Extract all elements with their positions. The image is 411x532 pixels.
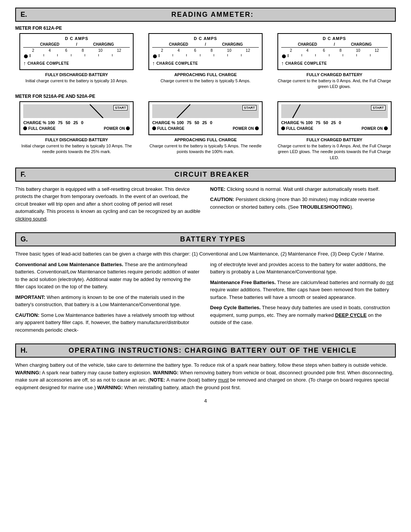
- analog-row: START CHARGE % 100 75 50 25 0: [15, 101, 396, 161]
- ammeter-scale-3: CHARGED / CHARGING: [281, 42, 388, 48]
- section-e-title: READING AMMETER:: [35, 11, 390, 19]
- full-charge-dot-2: [152, 126, 156, 130]
- analog-inner-1: START: [23, 104, 130, 118]
- important-bold: IMPORTANT:: [15, 294, 45, 300]
- charged-label-1: CHARGED: [23, 42, 76, 46]
- full-charge-led-3: FULL CHARGE: [281, 126, 313, 131]
- circuit-breaker-body: This battery charger is equipped with a …: [15, 185, 396, 226]
- important-para: IMPORTANT: When antimony is known to be …: [15, 294, 201, 308]
- section-g-title: BATTERY TYPES: [35, 235, 390, 243]
- deep-cycle-para: Deep Cycle Batteries. These heavy duty b…: [210, 304, 396, 326]
- meter-612-label: METER FOR 612A-PE: [15, 26, 396, 31]
- charge-pct-label-3: CHARGE %: [281, 120, 304, 125]
- analog-caption-bold-3: FULLY CHARGED BATTERY: [306, 137, 362, 142]
- circuit-breaker-note: NOTE: Clicking sound is normal. Wait unt…: [210, 185, 396, 193]
- power-on-led-2: POWER ON: [233, 126, 259, 131]
- deep-cycle-bold: Deep Cycle Batteries.: [210, 305, 261, 310]
- charge-pct-row-2: CHARGE % 100 75 50 25 0: [152, 120, 259, 125]
- section-e-letter: E.: [21, 11, 27, 19]
- full-charge-text-3: FULL CHARGE: [286, 126, 313, 131]
- full-charge-dot-3: [281, 126, 285, 130]
- analog-svg-2: [155, 104, 256, 118]
- section-h-title: OPERATING INSTRUCTIONS: CHARGING BATTERY…: [35, 347, 390, 355]
- ammeter-numbers-3: 24681012: [281, 48, 388, 53]
- led-row-2: FULL CHARGE POWER ON: [152, 126, 259, 131]
- caption-bold-3: FULLY CHARGED BATTERY: [306, 72, 362, 77]
- warning3-bold: WARNING:: [97, 385, 123, 390]
- needle-dot-1: [24, 54, 28, 58]
- charged-label-2: CHARGED: [152, 42, 205, 46]
- charging-label-1: CHARGING: [77, 42, 130, 46]
- circuit-breaker-text: This battery charger is equipped with a …: [15, 185, 201, 223]
- section-h-letter: H.: [21, 347, 27, 355]
- caution-bold: CAUTION:: [210, 197, 234, 202]
- ammeter-scale-1: CHARGED / CHARGING: [23, 42, 130, 48]
- troubleshooting-bold: TROUBLESHOOTING: [300, 204, 350, 210]
- needle-row-2: [152, 53, 259, 59]
- power-on-text-3: POWER ON: [362, 126, 383, 131]
- meter-612-group: METER FOR 612A-PE D C AMPS CHARGED / CHA…: [15, 26, 396, 161]
- caption-text-1: Initial charge current to the battery is…: [25, 78, 128, 84]
- charge-complete-2: CHARGE COMPLETE: [156, 61, 198, 66]
- charged-label-3: CHARGED: [281, 42, 334, 46]
- clicking-sound-link: clicking sound: [15, 216, 46, 222]
- analog-caption-text-3: Charge current to the battery is 0 Amps.…: [273, 143, 396, 161]
- power-on-dot-3: [384, 126, 388, 130]
- full-charge-dot-1: [23, 126, 27, 130]
- charging-label-3: CHARGING: [335, 42, 388, 46]
- maint-free-para: Maintenance Free Batteries. These are ca…: [210, 279, 396, 301]
- ammeter-diagram-3: D C AMPS CHARGED / CHARGING 24681012: [277, 33, 392, 70]
- ammeter-title-3: D C AMPS: [281, 36, 388, 41]
- led-row-1: FULL CHARGE POWER ON: [23, 126, 130, 131]
- svg-line-23: [293, 104, 300, 118]
- power-on-led-1: POWER ON: [104, 126, 130, 131]
- needle-row-1: [23, 53, 130, 59]
- ammeter-diagram-2: D C AMPS CHARGED / CHARGING 24681012: [148, 33, 263, 70]
- must-underline: must: [218, 377, 229, 383]
- charge-complete-3: CHARGE COMPLETE: [285, 61, 327, 66]
- note-h-bold: NOTE:: [150, 377, 165, 383]
- section-g: G. BATTERY TYPES Three basic types of le…: [15, 232, 396, 337]
- circuit-breaker-right: NOTE: Clicking sound is normal. Wait unt…: [210, 185, 396, 226]
- section-g-letter: G.: [21, 235, 28, 243]
- analog-caption-bold-1: FULLY DISCHARGED BATTERY: [45, 137, 108, 142]
- analog-col-1: START CHARGE % 100 75 50 25 0: [15, 101, 138, 161]
- needle-dot-2: [153, 54, 157, 58]
- page-number: 4: [15, 398, 396, 404]
- warning2-bold: WARNING:: [153, 370, 178, 375]
- start-label-1: START: [113, 105, 127, 110]
- caution-para: CAUTION: Some Low Maintenance batteries …: [15, 312, 201, 334]
- circuit-breaker-caution: CAUTION: Persistent clicking (more than …: [210, 196, 396, 211]
- tick-marks-3: [287, 53, 371, 59]
- section-h-header: H. OPERATING INSTRUCTIONS: CHARGING BATT…: [15, 343, 396, 358]
- battery-types-left: Conventional and Low Maintenance Batteri…: [15, 261, 201, 337]
- charge-pct-label-1: CHARGE %: [23, 120, 46, 125]
- do-not-underline: not: [387, 280, 393, 285]
- analog-col-2: START CHARGE % 100 75 50 25 0: [144, 101, 267, 161]
- ammeter-numbers-1: 24681012: [23, 48, 130, 53]
- needle-row-3: [281, 53, 388, 59]
- analog-svg-1: [26, 104, 127, 118]
- caption-bold-1: FULLY DISCHARGED BATTERY: [45, 72, 108, 77]
- battery-types-intro: Three basic types of lead-acid batteries…: [15, 250, 396, 258]
- ammeter-scale-2: CHARGED / CHARGING: [152, 42, 259, 48]
- section-e: E. READING AMMETER: METER FOR 612A-PE D …: [15, 8, 396, 161]
- analog-diagram-1: START CHARGE % 100 75 50 25 0: [19, 101, 134, 135]
- needle-dot-3: [282, 54, 286, 58]
- analog-diagram-3: START CHARGE % 100 75 50 25 0: [277, 101, 392, 135]
- ammeter-numbers-2: 24681012: [152, 48, 259, 53]
- section-h: H. OPERATING INSTRUCTIONS: CHARGING BATT…: [15, 343, 396, 391]
- ammeter-title-2: D C AMPS: [152, 36, 259, 41]
- analog-inner-3: START: [281, 104, 388, 118]
- led-row-3: FULL CHARGE POWER ON: [281, 126, 388, 131]
- ammeter-diagram-1: D C AMPS CHARGED / CHARGING 24681012: [19, 33, 134, 70]
- deep-cycle-underline: DEEP CYCLE: [335, 312, 367, 318]
- section-g-header: G. BATTERY TYPES: [15, 232, 396, 246]
- circuit-breaker-left: This battery charger is equipped with a …: [15, 185, 201, 226]
- ammeter-top-row: D C AMPS CHARGED / CHARGING 24681012: [15, 33, 396, 90]
- ammeter-col-1: D C AMPS CHARGED / CHARGING 24681012: [15, 33, 138, 90]
- ammeter-title-1: D C AMPS: [23, 36, 130, 41]
- charge-complete-row-3: ↑ CHARGE COMPLETE: [281, 60, 388, 66]
- analog-caption-bold-2: APPROACHING FULL CHARGE: [174, 137, 237, 142]
- maint-free-bold: Maintenance Free Batteries.: [210, 280, 276, 285]
